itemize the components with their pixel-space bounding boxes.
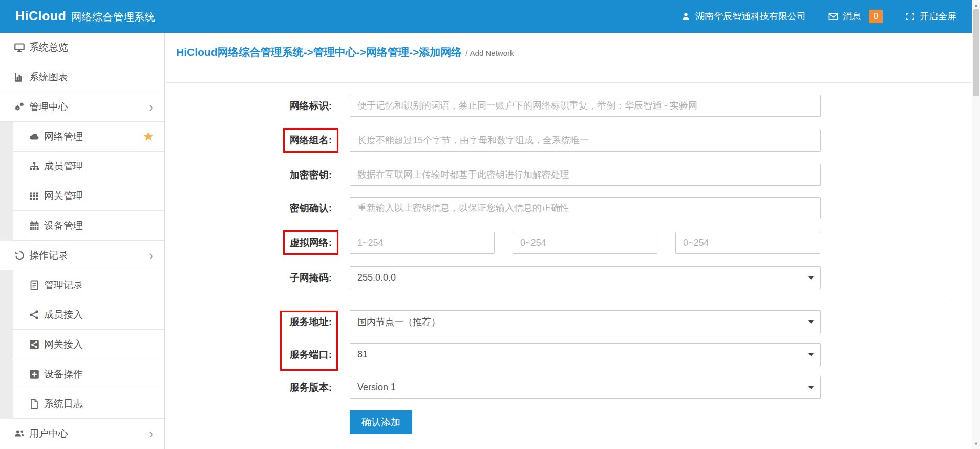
sidebar-item-operation-records[interactable]: 操作记录 › — [0, 241, 164, 270]
messages-count-badge: 0 — [869, 10, 883, 23]
add-network-form: 网络标识: 网络组名: 加密密钥: 密钥确认: 虚拟网络: — [165, 83, 972, 434]
records-submenu: 管理记录 成员接入 网关接入 设备操作 系统日志 — [0, 270, 164, 419]
sidebar-item-label: 操作记录 — [29, 249, 68, 262]
sidebar-item-network-management[interactable]: 网络管理 ★ — [0, 122, 164, 152]
caret-down-icon — [808, 320, 814, 324]
fullscreen-label: 开启全屏 — [920, 10, 956, 23]
desktop-icon — [14, 42, 25, 53]
breadcrumb-path: HiCloud网络综合管理系统->管理中心->网络管理->添加网络 — [176, 46, 462, 58]
field-label-cell: 子网掩码: — [165, 271, 350, 285]
service-address-label: 服务地址: — [290, 315, 332, 329]
service-port-value: 81 — [357, 349, 368, 360]
form-row-key-confirm: 密钥确认: — [165, 197, 972, 219]
sidebar-item-user-center[interactable]: 用户中心 › — [0, 419, 164, 448]
service-version-value: Version 1 — [357, 382, 396, 393]
plus-square-icon — [29, 369, 39, 379]
breadcrumb: HiCloud网络综合管理系统->管理中心->网络管理->添加网络/ Add N… — [176, 45, 514, 59]
sidebar-item-gateway-access[interactable]: 网关接入 — [0, 330, 164, 359]
chevron-right-icon: › — [148, 100, 153, 114]
sidebar-item-member-access[interactable]: 成员接入 — [0, 300, 164, 330]
chevron-right-icon: › — [148, 427, 153, 440]
form-row-network-group-name: 网络组名: — [165, 128, 972, 153]
users-icon — [14, 429, 25, 439]
sidebar-item-system-logs[interactable]: 系统日志 — [0, 389, 164, 419]
sidebar-item-label: 设备操作 — [44, 368, 83, 381]
calendar-icon — [29, 221, 39, 231]
sidebar-item-label: 管理中心 — [29, 100, 68, 114]
caret-down-icon — [808, 353, 814, 356]
sidebar-item-label: 系统图表 — [29, 71, 68, 84]
app-window: HiCloud 网络综合管理系统 湖南华辰智通科技有限公司 消息 0 开启全屏 … — [0, 0, 980, 449]
field-label-cell: 服务版本: — [165, 381, 350, 394]
fullscreen-button[interactable]: 开启全屏 — [905, 10, 956, 23]
field-label-cell: 服务地址: — [165, 315, 350, 329]
encryption-key-input[interactable] — [350, 164, 821, 186]
page-scrollbar[interactable]: ▲ ▼ — [972, 0, 980, 449]
chevron-right-icon: › — [148, 249, 153, 262]
sidebar-item-device-operations[interactable]: 设备操作 — [0, 359, 164, 389]
sidebar-item-gateway-management[interactable]: 网关管理 — [0, 181, 164, 211]
top-bar: HiCloud 网络综合管理系统 湖南华辰智通科技有限公司 消息 0 开启全屏 — [0, 0, 972, 33]
share-square-icon — [29, 339, 39, 350]
sidebar-item-label: 用户中心 — [29, 427, 68, 440]
app-logo: HiCloud 网络综合管理系统 — [15, 9, 155, 24]
form-row-subnet-mask: 子网掩码: 255.0.0.0 — [165, 266, 972, 289]
account-menu[interactable]: 湖南华辰智通科技有限公司 — [681, 10, 806, 23]
field-label-cell: 密钥确认: — [165, 202, 350, 215]
key-confirm-input[interactable] — [350, 197, 821, 219]
sidebar-item-system-overview[interactable]: 系统总览 — [0, 33, 164, 62]
scroll-up-arrow-icon[interactable]: ▲ — [972, 3, 980, 8]
form-row-service-port: 服务端口: 81 — [165, 343, 972, 366]
key-confirm-label: 密钥确认: — [290, 202, 332, 215]
virtual-network-octets — [350, 232, 821, 254]
subnet-mask-select[interactable]: 255.0.0.0 — [350, 266, 821, 289]
service-settings-group: 服务地址: 国内节点一（推荐） 服务端口: 81 — [165, 310, 972, 366]
sidebar-item-management-center[interactable]: 管理中心 › — [0, 92, 164, 122]
service-version-label: 服务版本: — [290, 381, 332, 394]
history-icon — [14, 250, 25, 261]
sidebar-item-label: 系统总览 — [29, 41, 68, 54]
service-address-select[interactable]: 国内节点一（推荐） — [350, 310, 821, 333]
sitemap-icon — [29, 161, 39, 172]
user-icon — [681, 12, 691, 22]
favorite-star-icon[interactable]: ★ — [143, 130, 154, 143]
grid-icon — [29, 191, 39, 201]
fullscreen-icon — [905, 12, 915, 22]
service-port-select[interactable]: 81 — [350, 343, 821, 366]
messages-button[interactable]: 消息 0 — [828, 10, 883, 23]
management-submenu: 网络管理 ★ 成员管理 网关管理 设备管理 — [0, 122, 164, 241]
service-address-value: 国内节点一（推荐） — [357, 316, 440, 328]
scrollbar-thumb[interactable] — [973, 9, 979, 96]
field-label-cell: 加密密钥: — [165, 168, 350, 182]
virtual-network-octet1-input[interactable] — [350, 232, 495, 254]
sidebar-item-management-records[interactable]: 管理记录 — [0, 270, 164, 300]
scroll-down-arrow-icon[interactable]: ▼ — [972, 441, 980, 446]
service-port-label: 服务端口: — [290, 348, 332, 361]
virtual-network-octet2-input[interactable] — [513, 232, 657, 254]
sidebar-item-label: 成员管理 — [44, 160, 83, 173]
sidebar-item-label: 网络管理 — [44, 130, 83, 143]
envelope-icon — [828, 12, 838, 22]
gears-icon — [14, 102, 25, 112]
encryption-key-label: 加密密钥: — [290, 168, 332, 182]
confirm-add-button[interactable]: 确认添加 — [350, 410, 412, 434]
sidebar-item-label: 网关接入 — [44, 338, 83, 351]
form-row-service-address: 服务地址: 国内节点一（推荐） — [165, 310, 972, 333]
form-row-encryption-key: 加密密钥: — [165, 164, 972, 186]
network-id-input[interactable] — [350, 95, 821, 117]
subnet-mask-label: 子网掩码: — [290, 271, 332, 285]
virtual-network-label-annotation-box: 虚拟网络: — [283, 230, 338, 255]
virtual-network-octet3-input[interactable] — [675, 232, 820, 254]
sidebar: 系统总览 系统图表 管理中心 › 网络管理 ★ 成员管理 网关管理 — [0, 33, 165, 449]
file-icon — [29, 399, 39, 409]
service-version-select[interactable]: Version 1 — [350, 376, 821, 399]
sidebar-item-device-management[interactable]: 设备管理 — [0, 211, 164, 241]
form-section-divider — [176, 301, 951, 301]
form-row-network-id: 网络标识: — [165, 95, 972, 117]
sidebar-item-system-charts[interactable]: 系统图表 — [0, 62, 164, 92]
sidebar-item-label: 网关管理 — [44, 189, 83, 203]
brand-suffix: 网络综合管理系统 — [71, 10, 155, 24]
bar-chart-icon — [14, 72, 25, 82]
network-group-name-input[interactable] — [350, 130, 821, 152]
sidebar-item-member-management[interactable]: 成员管理 — [0, 152, 164, 181]
